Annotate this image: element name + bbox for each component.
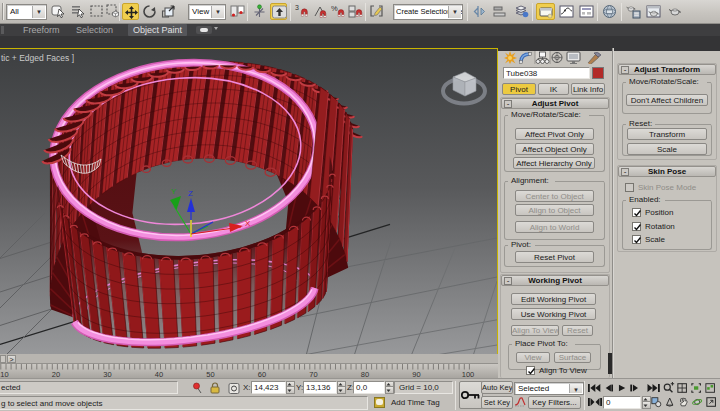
svg-text:Y: Y	[171, 187, 177, 196]
svg-text:X: X	[245, 219, 251, 228]
svg-text:%: %	[331, 4, 338, 13]
svg-text:Z: Z	[188, 189, 193, 198]
svg-text:3: 3	[295, 4, 299, 11]
